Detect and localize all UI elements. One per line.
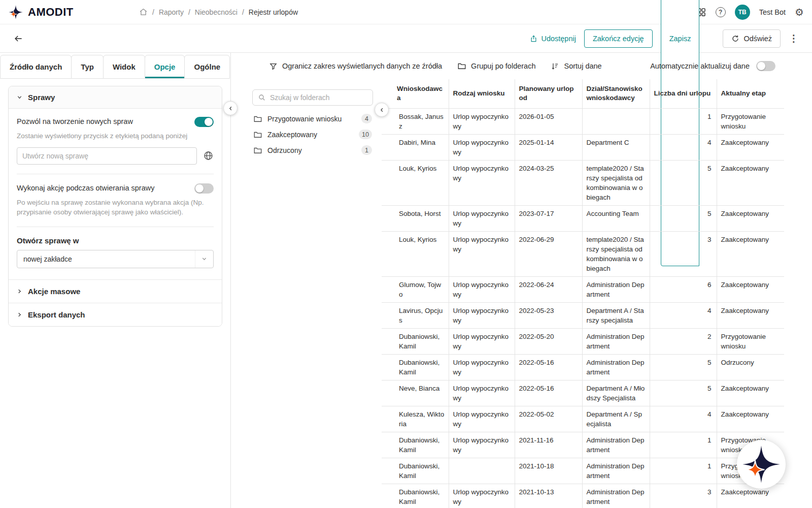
- finish-edit-button[interactable]: Zakończ edycję: [584, 29, 653, 48]
- left-tab-4[interactable]: Ogólne: [184, 55, 230, 79]
- breadcrumb-item-raporty[interactable]: Raporty: [159, 8, 184, 16]
- table-cell: Zaakceptowany: [717, 484, 784, 508]
- allow-new-cases-hint: Zostanie wyświetlony przycisk z etykietą…: [17, 131, 214, 141]
- data-toolbar: Ogranicz zakres wyświetlanych danych ze …: [231, 61, 812, 71]
- search-icon: [258, 93, 266, 102]
- group-by-folders-button[interactable]: Grupuj po folderach: [457, 61, 535, 71]
- divider: [17, 227, 214, 227]
- more-options-kebab-icon[interactable]: ⋮: [789, 33, 799, 44]
- collapsed-section-1[interactable]: Eksport danych: [9, 303, 222, 326]
- home-icon[interactable]: [139, 8, 148, 16]
- table-row[interactable]: Dubaniowski, KamilUrlop wypoczynkowy2022…: [382, 354, 784, 380]
- auto-update-label: Automatycznie aktualizuj dane: [650, 62, 750, 70]
- allow-new-cases-toggle[interactable]: [194, 117, 214, 127]
- table-cell: Urlop wypoczynkowy: [449, 354, 515, 380]
- folder-list: Przygotowanie wniosku4Zaakceptowany10Odr…: [252, 111, 373, 158]
- chevron-down-icon: [17, 94, 22, 100]
- auto-update-toggle[interactable]: [756, 61, 775, 71]
- table-cell: Louk, Kyrios: [382, 231, 449, 276]
- breadcrumb-separator: /: [152, 8, 154, 16]
- left-tab-3[interactable]: Opcje: [145, 55, 185, 79]
- table-cell: 3: [650, 231, 717, 276]
- column-header-3[interactable]: Dział/Stanowisko wnioskodawcy: [582, 79, 650, 108]
- column-header-5[interactable]: Aktualny etap: [717, 79, 784, 108]
- folder-item-2[interactable]: Odrzucony1: [252, 142, 373, 158]
- table-cell: 2022-05-02: [515, 406, 582, 432]
- table-cell: 2025-01-14: [515, 134, 582, 160]
- open-case-in-select[interactable]: nowej zakładce: [17, 250, 214, 268]
- chevron-right-icon: [17, 289, 22, 294]
- table-cell: 1: [650, 108, 717, 134]
- column-header-1[interactable]: Rodzaj wniosku: [449, 79, 515, 108]
- share-button[interactable]: Udostępnij: [530, 35, 576, 43]
- open-action-label: Wykonaj akcję podczas otwierania sprawy: [17, 183, 154, 193]
- brand[interactable]: AMODIT: [8, 5, 139, 20]
- table-cell: Department A / Starszy specjalista: [582, 302, 650, 328]
- table-row[interactable]: Glumow, TojwoUrlop wypoczynkowy2022-06-2…: [382, 276, 784, 302]
- table-row[interactable]: Neve, BiancaUrlop wypoczynkowy2022-05-16…: [382, 380, 784, 406]
- table-row[interactable]: Dubaniowski, KamilUrlop wypoczynkowy2021…: [382, 484, 784, 508]
- settings-sections: Sprawy Pozwól na tworzenie nowych spraw …: [8, 86, 222, 327]
- table-row[interactable]: Dabiri, MinaUrlop wypoczynkowy2025-01-14…: [382, 134, 784, 160]
- table-cell: Dubaniowski, Kamil: [382, 354, 449, 380]
- amodit-watermark-logo: [737, 440, 786, 489]
- limit-source-button[interactable]: Ogranicz zakres wyświetlanych danych ze …: [269, 62, 442, 71]
- folder-search-input[interactable]: [270, 93, 367, 102]
- left-tabs: Źródło danychTypWidokOpcjeOgólne: [0, 55, 230, 79]
- table-row[interactable]: Dubaniowski, Kamil2021-10-18Administrati…: [382, 458, 784, 484]
- back-arrow-icon[interactable]: [13, 34, 23, 44]
- globe-translate-icon[interactable]: [203, 150, 214, 161]
- section-sprawy-header[interactable]: Sprawy: [9, 86, 222, 109]
- table-cell: Zaakceptowany: [717, 302, 784, 328]
- table-cell: Urlop wypoczynkowy: [449, 134, 515, 160]
- table-row[interactable]: Lavirus, OpcjusUrlop wypoczynkowy2022-05…: [382, 302, 784, 328]
- collapse-folders-panel-button[interactable]: [375, 103, 389, 117]
- table-row[interactable]: Bossak, JanuszUrlop wypoczynkowy2026-01-…: [382, 108, 784, 134]
- table-cell: Urlop wypoczynkowy: [449, 406, 515, 432]
- auto-update-control: Automatycznie aktualizuj dane: [650, 61, 775, 71]
- table-cell: Urlop wypoczynkowy: [449, 302, 515, 328]
- refresh-button[interactable]: Odśwież: [723, 29, 781, 48]
- table-cell: Dabiri, Mina: [382, 134, 449, 160]
- sort-data-button[interactable]: Sortuj dane: [551, 62, 601, 71]
- left-tab-1[interactable]: Typ: [71, 55, 104, 79]
- table-cell: [582, 108, 650, 134]
- table-row[interactable]: Sobota, HorstUrlop wypoczynkowy2023-07-1…: [382, 205, 784, 231]
- table-row[interactable]: Dubaniowski, KamilUrlop wypoczynkowy2022…: [382, 328, 784, 354]
- table-cell: 2026-01-05: [515, 108, 582, 134]
- table-row[interactable]: Kulesza, WiktoriaUrlop wypoczynkowy2022-…: [382, 406, 784, 432]
- table-row[interactable]: Dubaniowski, KamilUrlop wypoczynkowy2021…: [382, 432, 784, 458]
- folder-item-1[interactable]: Zaakceptowany10: [252, 126, 373, 142]
- column-header-4[interactable]: Liczba dni urlopu: [650, 79, 717, 108]
- collapse-settings-panel-button[interactable]: [223, 101, 238, 115]
- collapsed-section-0[interactable]: Akcje masowe: [9, 279, 222, 303]
- left-tab-2[interactable]: Widok: [103, 55, 145, 79]
- folder-label: Zaakceptowany: [267, 131, 317, 139]
- table-cell: 3: [650, 484, 717, 508]
- open-action-toggle[interactable]: [194, 183, 214, 194]
- chevron-left-icon: [227, 105, 234, 112]
- table-cell: Kulesza, Wiktoria: [382, 406, 449, 432]
- breadcrumb-item-nieobecnosci[interactable]: Nieobecności: [195, 8, 238, 16]
- table-row[interactable]: Louk, KyriosUrlop wypoczynkowy2024-03-25…: [382, 160, 784, 205]
- settings-panel: Źródło danychTypWidokOpcjeOgólne Sprawy …: [0, 53, 231, 508]
- vacations-table: WnioskodawcaRodzaj wnioskuPlanowany urlo…: [382, 79, 784, 508]
- folder-search: [252, 89, 373, 106]
- column-header-0[interactable]: Wnioskodawca: [382, 79, 449, 108]
- data-region: Przygotowanie wniosku4Zaakceptowany10Odr…: [231, 79, 812, 508]
- table-cell: 2021-10-13: [515, 484, 582, 508]
- new-case-label-input[interactable]: [17, 147, 197, 165]
- table-cell: 2021-11-16: [515, 432, 582, 458]
- chevron-down-icon: [195, 250, 213, 268]
- table-cell: Lavirus, Opcjus: [382, 302, 449, 328]
- table-cell: 5: [650, 354, 717, 380]
- table-cell: template2020 / Starszy specjalista od ko…: [582, 160, 650, 205]
- table-cell: 1: [650, 432, 717, 458]
- left-tab-0[interactable]: Źródło danych: [0, 55, 72, 79]
- table-cell: Przygotowanie wniosku: [717, 108, 784, 134]
- column-header-2[interactable]: Planowany urlop od: [515, 79, 582, 108]
- table-cell: 4: [650, 134, 717, 160]
- folder-count-badge: 10: [359, 130, 372, 139]
- table-row[interactable]: Louk, KyriosUrlop wypoczynkowy2022-06-29…: [382, 231, 784, 276]
- folder-item-0[interactable]: Przygotowanie wniosku4: [252, 111, 373, 126]
